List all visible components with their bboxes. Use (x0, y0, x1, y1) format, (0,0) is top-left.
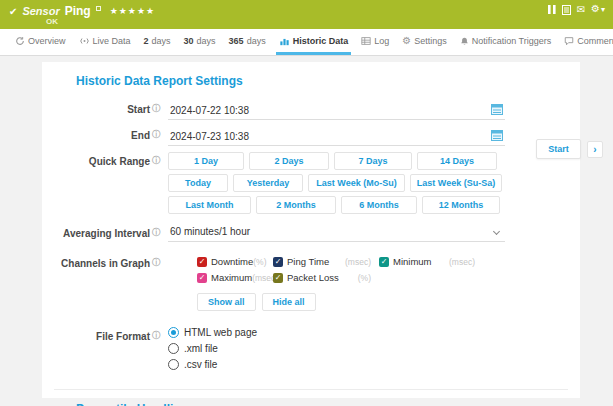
channel-checkbox[interactable]: ✓ (197, 273, 207, 283)
tab-historic-data[interactable]: Historic Data (276, 29, 352, 55)
quick-range-button[interactable]: Last Week (Su-Sa) (410, 174, 502, 192)
tab-overview[interactable]: Overview (12, 29, 69, 55)
tab-30-days[interactable]: 30days (181, 29, 219, 55)
email-icon[interactable]: ✉ (577, 5, 585, 15)
channels-row: Channels in Graphⓘ ✓ Downtime (%) ✓ Ping… (42, 254, 580, 311)
quick-range-button[interactable]: 2 Months (256, 196, 336, 214)
start-row: Startⓘ (42, 100, 580, 120)
info-icon[interactable]: ⓘ (152, 156, 160, 165)
start-datetime-input[interactable] (168, 103, 505, 120)
channel-unit: (msec) (449, 257, 475, 267)
channel-checkbox[interactable]: ✓ (197, 257, 207, 267)
info-icon[interactable]: ⓘ (152, 258, 160, 267)
section-divider (54, 389, 568, 390)
quick-range-button[interactable]: Today (168, 174, 228, 192)
quick-range-button[interactable]: 2 Days (249, 152, 329, 170)
start-panel: Start › (536, 139, 603, 159)
bell-icon (460, 36, 469, 46)
hide-all-button[interactable]: Hide all (262, 293, 316, 311)
channel-packet-loss: ✓ Packet Loss (%) (273, 272, 371, 283)
channel-ping-time: ✓ Ping Time (msec) (273, 256, 371, 267)
show-all-button[interactable]: Show all (197, 293, 256, 311)
file-format-row: File Formatⓘ HTML web page .xml file .cs… (42, 327, 580, 375)
radio-selected (168, 327, 179, 338)
priority-stars[interactable]: ★★★★★ (110, 6, 155, 16)
tab-bar: Overview Live Data 2days 30days 365days … (0, 29, 613, 56)
averaging-interval-label: Averaging Intervalⓘ (42, 224, 160, 239)
quick-range-button[interactable]: 14 Days (417, 152, 497, 170)
tab-365-days[interactable]: 365days (226, 29, 269, 55)
quick-range-button[interactable]: Yesterday (233, 174, 303, 192)
info-icon[interactable]: ⓘ (152, 228, 160, 237)
radio-unselected (168, 343, 179, 354)
file-format-label: File Formatⓘ (42, 327, 160, 342)
quick-range-button[interactable]: Last Month (168, 196, 251, 214)
sensor-type-label: Sensor (22, 5, 59, 17)
section-heading-percentile: Percentile Handling (76, 402, 580, 406)
averaging-interval-select[interactable]: 60 minutes/1 hour (168, 224, 505, 242)
start-report-button[interactable]: Start (536, 139, 581, 159)
sensor-header: ✔ Sensor Ping ★★★★★ OK ✉ ⚙▾ (0, 0, 613, 29)
tab-live-data[interactable]: Live Data (76, 29, 134, 55)
start-label: Startⓘ (42, 100, 160, 115)
radio-unselected (168, 359, 179, 370)
channel-checkbox[interactable]: ✓ (273, 273, 283, 283)
channel-unit: (msec) (345, 257, 371, 267)
quick-range-label: Quick Rangeⓘ (42, 152, 160, 167)
quick-range-row: Quick Rangeⓘ 1 Day 2 Days 7 Days 14 Days… (42, 152, 580, 214)
info-icon[interactable]: ⓘ (152, 104, 160, 113)
pause-icon[interactable] (548, 5, 556, 14)
comment-icon (564, 36, 574, 46)
quick-range-button[interactable]: 12 Months (422, 196, 500, 214)
gear-icon: ⚙ (402, 35, 411, 46)
channels-label: Channels in Graphⓘ (42, 254, 160, 269)
status-check-icon: ✔ (9, 6, 17, 17)
tab-notification-triggers[interactable]: Notification Triggers (457, 29, 555, 55)
channel-checkbox[interactable]: ✓ (273, 257, 283, 267)
end-row: Endⓘ (42, 126, 580, 146)
tab-settings[interactable]: ⚙ Settings (399, 29, 450, 55)
tab-2-days[interactable]: 2days (141, 29, 174, 55)
quick-range-button[interactable]: 6 Months (341, 196, 417, 214)
bar-chart-icon (279, 36, 290, 46)
info-icon[interactable]: ⓘ (152, 331, 160, 340)
status-badge: OK (46, 17, 58, 26)
channel-unit: (%) (358, 273, 371, 283)
sensor-name: Ping (65, 4, 91, 18)
historic-data-settings-card: Historic Data Report Settings Startⓘ End… (42, 62, 580, 398)
report-icon[interactable] (562, 5, 571, 15)
averaging-interval-row: Averaging Intervalⓘ 60 minutes/1 hour (42, 224, 580, 242)
end-label: Endⓘ (42, 126, 160, 141)
channel-checkbox[interactable]: ✓ (379, 257, 389, 267)
quick-range-button[interactable]: 1 Day (168, 152, 244, 170)
quick-range-button[interactable]: Last Week (Mo-Su) (308, 174, 405, 192)
next-chevron-button[interactable]: › (587, 141, 603, 158)
channel-unit: (%) (253, 257, 266, 267)
tab-log[interactable]: Log (358, 29, 392, 55)
channel-minimum: ✓ Minimum (msec) (379, 256, 475, 267)
sensor-flag-icon (96, 6, 101, 11)
tab-comments[interactable]: Comments (561, 29, 613, 55)
file-format-option-csv[interactable]: .csv file (168, 359, 505, 370)
info-icon[interactable]: ⓘ (152, 130, 160, 139)
file-format-option-xml[interactable]: .xml file (168, 343, 505, 354)
section-heading-report-settings: Historic Data Report Settings (76, 74, 580, 88)
channel-downtime: ✓ Downtime (%) (197, 256, 265, 267)
quick-range-button[interactable]: 7 Days (334, 152, 412, 170)
calendar-icon[interactable] (491, 101, 503, 119)
calendar-icon[interactable] (491, 127, 503, 145)
channel-maximum: ✓ Maximum (msec) (197, 272, 265, 283)
file-format-option-html[interactable]: HTML web page (168, 327, 505, 338)
end-datetime-input[interactable] (168, 129, 505, 146)
settings-dropdown-icon[interactable]: ⚙▾ (591, 4, 605, 15)
